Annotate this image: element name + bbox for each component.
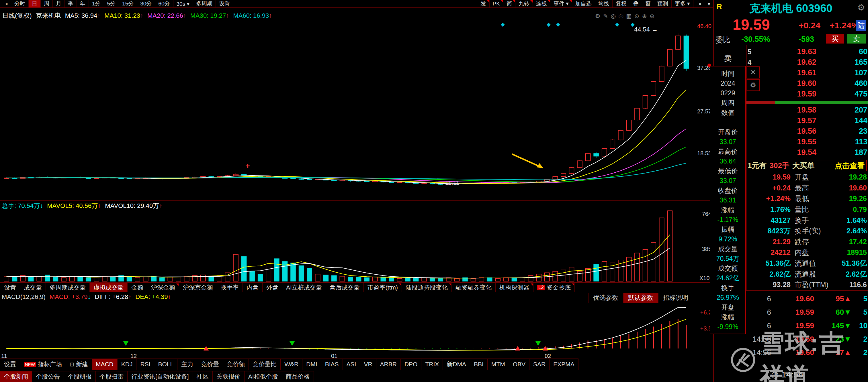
indtab-BIAS[interactable]: BIAS (321, 358, 343, 370)
period-tab-设置[interactable]: 设置 (216, 0, 233, 7)
chart-tool-icon-3[interactable]: ⎙ (619, 12, 623, 20)
indtab-DMI[interactable]: DMI (303, 358, 321, 370)
panel-gear-icon[interactable]: ⚙ (858, 2, 865, 12)
indtab-SAR[interactable]: SAR (529, 358, 550, 370)
indtab-竞价额[interactable]: 竞价额 (223, 358, 249, 370)
param-button-默认参数[interactable]: 默认参数 (623, 293, 658, 303)
period-tab-季[interactable]: 季 (65, 0, 77, 7)
period-tab-60分[interactable]: 60分 (155, 0, 173, 7)
voltab-机构探测器[interactable]: 机构探测器 (496, 283, 533, 292)
collapse-left-icon[interactable]: ⇥ (0, 0, 11, 7)
event-diamond-icon[interactable]: ◆ (615, 21, 619, 28)
indtab-VR[interactable]: VR (360, 358, 376, 370)
toolbar-item-⇥[interactable]: ⇥ (693, 0, 705, 7)
indtab-ASI[interactable]: ASI (343, 358, 360, 370)
period-tab-多周期[interactable]: 多周期 (193, 0, 216, 7)
newstab-社区[interactable]: 社区 (193, 371, 213, 382)
param-button-指标说明[interactable]: 指标说明 (658, 293, 693, 303)
buy-button[interactable]: 买 (826, 34, 844, 43)
chart-tool-icon-7[interactable]: ⊖ (650, 12, 655, 20)
tooltip-drag-dot[interactable] (708, 64, 711, 67)
voltab-内盘[interactable]: 内盘 (243, 283, 262, 292)
tooltip-close-button[interactable]: ✕ (746, 66, 760, 78)
toolbar-item-发[interactable]: 发 (477, 0, 490, 7)
sell-button[interactable]: 卖 (847, 34, 866, 43)
toolbar-item-简[interactable]: 简 (503, 0, 516, 7)
indtab-新DMA[interactable]: 新DMA (443, 358, 470, 370)
newstab-行业资讯[自动化设备][interactable]: 行业资讯[自动化设备] (128, 371, 193, 382)
period-tab-日[interactable]: 日 (29, 0, 41, 7)
chart-tool-icon-6[interactable]: ⊕ (642, 12, 647, 20)
indtab-BOLL[interactable]: BOLL (154, 358, 178, 370)
toolbar-item-更多 ▾[interactable]: 更多 ▾ (672, 0, 693, 7)
voltab-设置[interactable]: 设置 (0, 283, 20, 292)
indtab-设置[interactable]: 设置 (0, 358, 20, 370)
indtab-DPO[interactable]: DPO (401, 358, 422, 370)
toolbar-item-加自选[interactable]: 加自选 (572, 0, 595, 7)
indtab-竞价量比[interactable]: 竞价量比 (249, 358, 281, 370)
toolbar-item-▾[interactable]: ▾ (704, 0, 714, 7)
toolbar-item-连板[interactable]: 连板 (533, 0, 550, 7)
toolbar-item-九转[interactable]: 九转 (516, 0, 533, 7)
indtab-竞价量[interactable]: 竞价量 (197, 358, 223, 370)
newstab-个股新闻[interactable]: 个股新闻 (0, 371, 32, 382)
voltab-金额[interactable]: 金额 (128, 283, 147, 292)
period-tab-周[interactable]: 周 (41, 0, 53, 7)
voltab-换手率[interactable]: 换手率 (217, 283, 243, 292)
newstab-个股研报[interactable]: 个股研报 (64, 371, 96, 382)
voltab-外盘[interactable]: 外盘 (262, 283, 282, 292)
indtab-MTM[interactable]: MTM (488, 358, 509, 370)
event-diamond-icon[interactable]: ◆ (631, 21, 635, 28)
period-tab-1分[interactable]: 1分 (89, 0, 104, 7)
chart-tool-icon-0[interactable]: ⚙ (595, 12, 600, 20)
indtab-W&R[interactable]: W&R (281, 358, 303, 370)
voltab-成交量[interactable]: 成交量 (20, 283, 46, 292)
indtab-RSI[interactable]: RSI (136, 358, 154, 370)
chart-tool-icon-2[interactable]: ◎ (611, 12, 616, 20)
voltab-沪深京金额[interactable]: 沪深京金额 (179, 283, 217, 292)
chart-tool-icon-4[interactable]: ▦ (626, 12, 631, 20)
newstab-关联报价[interactable]: 关联报价 (213, 371, 245, 382)
voltab-沪深金额[interactable]: 沪深金额 (147, 283, 179, 292)
indtab-BBI[interactable]: BBI (470, 358, 488, 370)
indtab-EXPMA[interactable]: EXPMA (550, 358, 579, 370)
voltab-盘后成交量[interactable]: 盘后成交量 (326, 283, 364, 292)
indtab-KDJ[interactable]: KDJ (118, 358, 137, 370)
indtab-主力[interactable]: 主力 (178, 358, 197, 370)
event-diamond-icon[interactable]: ◆ (556, 21, 560, 28)
newstab-AI相似个股[interactable]: AI相似个股 (245, 371, 282, 382)
indtab-OBV[interactable]: OBV (509, 358, 529, 370)
event-diamond-icon[interactable]: ◆ (501, 21, 505, 28)
event-diamond-icon[interactable]: ◆ (547, 21, 551, 28)
voltab-融资融券变化[interactable]: 融资融券变化 (452, 283, 496, 292)
period-tab-月[interactable]: 月 (53, 0, 65, 7)
voltab-多周期成交量[interactable]: 多周期成交量 (46, 283, 90, 292)
newstab-个股公告[interactable]: 个股公告 (32, 371, 64, 382)
chart-tool-icon-1[interactable]: ✎ (603, 12, 608, 20)
indtab-ARBR[interactable]: ARBR (376, 358, 401, 370)
voltab-资金抄底[interactable]: L2资金抄底 (533, 283, 575, 292)
toolbar-item-PK[interactable]: PK (490, 0, 503, 7)
newstab-商品价格[interactable]: 商品价格 (282, 371, 314, 382)
indtab-指标广场[interactable]: NEW指标广场 (20, 358, 66, 370)
toolbar-item-窗[interactable]: 窗 (642, 0, 654, 7)
period-tab-15分[interactable]: 15分 (119, 0, 137, 7)
period-tab-30s ▾[interactable]: 30s ▾ (174, 0, 193, 7)
period-tab-30分[interactable]: 30分 (137, 0, 155, 7)
chart-tool-icon-5[interactable]: ⊙ (634, 12, 639, 20)
toolbar-item-叠[interactable]: 叠 (630, 0, 642, 7)
tooltip-settings-icon[interactable]: ⚙ (746, 79, 760, 91)
param-button-优选参数[interactable]: 优选参数 (588, 293, 623, 303)
voltab-虚拟成交量[interactable]: 虚拟成交量 (90, 283, 128, 292)
indtab-MACD[interactable]: MACD (92, 358, 118, 370)
voltab-市盈率(ttm)[interactable]: 市盈率(ttm) (364, 283, 402, 292)
toolbar-item-事件 ▾[interactable]: 事件 ▾ (550, 0, 572, 7)
period-tab-分时[interactable]: 分时 (11, 0, 29, 7)
toolbar-item-复权[interactable]: 复权 (613, 0, 630, 7)
voltab-AI立桩成交量[interactable]: AI立桩成交量 (282, 283, 326, 292)
voltab-陆股通持股变化[interactable]: 陆股通持股变化 (402, 283, 452, 292)
indtab-TRIX[interactable]: TRIX (422, 358, 443, 370)
toolbar-item-预测[interactable]: 预测 (654, 0, 672, 7)
newstab-个股扫雷[interactable]: 个股扫雷 (96, 371, 128, 382)
indtab-新建[interactable]: ⊡新建 (66, 358, 92, 370)
